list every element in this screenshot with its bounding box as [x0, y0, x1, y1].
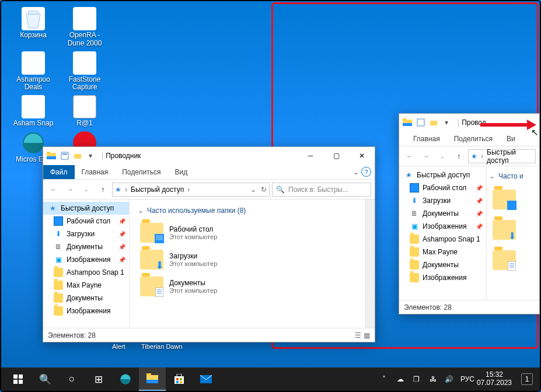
taskbar-edge[interactable] [112, 368, 139, 391]
qat-dropdown-icon[interactable]: ▾ [85, 150, 96, 161]
group-header[interactable]: ⌄Часто используемые папки (8) [138, 206, 357, 215]
sidebar-item[interactable]: ★Быстрый доступ [399, 169, 486, 181]
forward-button[interactable]: → [419, 149, 433, 163]
folder-icon [54, 293, 63, 303]
desktop-icon[interactable]: Корзина [13, 7, 54, 48]
desktop-icon-label[interactable]: Alert [112, 343, 125, 350]
forward-button[interactable]: → [63, 183, 77, 197]
ribbon-expand[interactable]: ⌄? [350, 164, 375, 179]
desktop[interactable]: КорзинаOpenRA - Dune 2000Ashampoo DealsF… [1, 1, 540, 391]
tab-share[interactable]: Поделиться [115, 165, 167, 179]
taskbar-mail[interactable] [193, 368, 219, 391]
explorer-window-main[interactable]: ▾ | Проводник ─ ▢ ✕ Файл Главная Поделит… [43, 146, 375, 342]
up-button[interactable]: ↑ [452, 149, 466, 163]
thumbnails-view-icon[interactable]: ▦ [364, 331, 370, 340]
taskbar-store[interactable] [166, 368, 193, 391]
sidebar-item[interactable]: Документы [43, 292, 129, 304]
desktop-icon[interactable]: R@1 [64, 95, 105, 128]
start-button[interactable] [5, 368, 32, 391]
titlebar[interactable]: ▾ | Проводник ─ ▢ ✕ [43, 147, 375, 164]
close-button[interactable]: ✕ [349, 147, 375, 164]
tab-view[interactable]: Ви [500, 132, 522, 146]
svg-rect-17 [417, 119, 424, 126]
tab-file[interactable]: Файл [43, 165, 75, 179]
maximize-button[interactable]: ▢ [323, 147, 349, 164]
tab-home[interactable]: Главная [406, 132, 447, 146]
cortana-button[interactable]: ○ [58, 368, 85, 391]
group-header[interactable]: ⌄Часто и [489, 172, 537, 180]
sidebar-item[interactable]: ★Быстрый доступ [43, 202, 129, 215]
qat-dropdown-icon[interactable]: ▾ [441, 117, 452, 128]
tray-onedrive-icon[interactable]: ☁ [395, 375, 406, 383]
address-bar[interactable]: ★ › Быстрый доступ [468, 149, 536, 163]
qat-newfolder-icon[interactable] [72, 150, 83, 161]
sidebar-item[interactable]: Рабочий стол📌 [399, 181, 486, 194]
sidebar-item[interactable]: Ashampoo Snap 1 [43, 266, 129, 279]
folder-item[interactable]: ДокументыЭтот компьютер [138, 273, 357, 300]
explorer-window-dragged[interactable]: ▾ | Провод Главная Поделиться Ви ← → ⌄ ↑… [399, 113, 540, 314]
sidebar-item[interactable]: ▣Изображения📌 [399, 220, 486, 233]
sidebar-item[interactable]: Документы [399, 258, 486, 271]
search-input[interactable]: 🔍 Поиск в: Быстры... [272, 183, 371, 197]
sidebar-item[interactable]: Max Payne [399, 246, 486, 258]
qat-properties-icon[interactable] [416, 117, 426, 128]
desktop-icon[interactable]: OpenRA - Dune 2000 [64, 7, 105, 48]
sidebar-item[interactable]: Ashampoo Snap 1 [399, 233, 486, 246]
sidebar-item[interactable]: ⬇Загрузки📌 [43, 228, 129, 240]
sidebar-item[interactable]: Max Payne [43, 279, 129, 292]
tray-network-icon[interactable]: 🖧 [428, 375, 438, 383]
breadcrumb[interactable]: Быстрый доступ [131, 186, 184, 194]
tab-home[interactable]: Главная [75, 165, 116, 179]
system-tray[interactable]: ˄ ☁ ❐ 🖧 🔊 РУС 15:32 07.07.2023 1 [379, 371, 536, 387]
taskbar-explorer[interactable] [139, 368, 166, 391]
taskview-button[interactable]: ⊞ [85, 368, 112, 391]
desktop-icon[interactable]: Ashampoo Deals [13, 51, 54, 92]
titlebar[interactable]: ▾ | Провод [399, 114, 539, 131]
content-pane[interactable]: ⌄Часто и ⬇ [487, 166, 539, 300]
back-button[interactable]: ← [403, 149, 417, 163]
refresh-icon[interactable]: ↻ [261, 186, 267, 194]
breadcrumb[interactable]: Быстрый доступ [487, 148, 533, 164]
address-bar[interactable]: ★ › Быстрый доступ › ⌄↻ [112, 183, 270, 197]
tray-language[interactable]: РУС [460, 375, 471, 383]
tab-share[interactable]: Поделиться [447, 132, 500, 146]
folder-item[interactable]: ⬇ [493, 220, 516, 240]
qat-newfolder-icon[interactable] [428, 117, 439, 128]
desktop-icon[interactable]: Asham Snap [13, 95, 54, 128]
tray-security-icon[interactable]: ❐ [411, 375, 422, 383]
up-button[interactable]: ↑ [96, 183, 110, 197]
search-button[interactable]: 🔍 [32, 368, 58, 391]
notification-center-icon[interactable]: 1 [521, 373, 533, 385]
recent-dropdown[interactable]: ⌄ [435, 149, 449, 163]
recent-dropdown[interactable]: ⌄ [79, 183, 93, 197]
navigation-pane[interactable]: ★Быстрый доступРабочий стол📌⬇Загрузки📌🗎Д… [43, 200, 130, 328]
sidebar-item[interactable]: 🗎Документы📌 [43, 240, 129, 253]
taskbar[interactable]: 🔍 ○ ⊞ ˄ ☁ ❐ 🖧 🔊 РУС 15:32 07.07.2023 1 [1, 368, 540, 391]
navigation-pane[interactable]: ★Быстрый доступРабочий стол📌⬇Загрузки📌🗎Д… [399, 166, 487, 300]
folder-item[interactable]: Рабочий столЭтот компьютер [138, 219, 357, 246]
minimize-button[interactable]: ─ [298, 147, 323, 164]
folder-item[interactable] [493, 250, 516, 270]
sidebar-item[interactable]: 🗎Документы📌 [399, 207, 486, 220]
sidebar-item[interactable]: Рабочий стол📌 [43, 215, 129, 228]
folder-item[interactable]: ⬇ЗагрузкиЭтот компьютер [138, 246, 357, 273]
content-pane[interactable]: ⌄Часто используемые папки (8) Рабочий ст… [130, 200, 365, 328]
scrollbar[interactable] [365, 200, 375, 328]
sidebar-item[interactable]: ⬇Загрузки📌 [399, 194, 486, 207]
sidebar-item-label: Документы [67, 294, 103, 302]
desktop-icon-label[interactable]: Tiberian Dawn [141, 343, 183, 350]
desktop-icon[interactable]: FastStone Capture [64, 51, 105, 92]
sidebar-item[interactable]: Изображения [43, 304, 129, 317]
qat-properties-icon[interactable] [60, 150, 70, 161]
sidebar-item[interactable]: Изображения [399, 271, 486, 284]
tray-chevron-up-icon[interactable]: ˄ [379, 375, 389, 383]
dropdown-icon[interactable]: ⌄ [250, 186, 256, 194]
sidebar-item[interactable]: ▣Изображения📌 [43, 253, 129, 266]
folder-item[interactable] [493, 190, 516, 209]
tray-volume-icon[interactable]: 🔊 [444, 375, 455, 383]
details-view-icon[interactable]: ☰ [355, 331, 361, 340]
tray-clock[interactable]: 15:32 07.07.2023 [477, 371, 512, 387]
tab-view[interactable]: Вид [167, 165, 194, 179]
help-icon[interactable]: ? [361, 167, 371, 177]
back-button[interactable]: ← [47, 183, 61, 197]
